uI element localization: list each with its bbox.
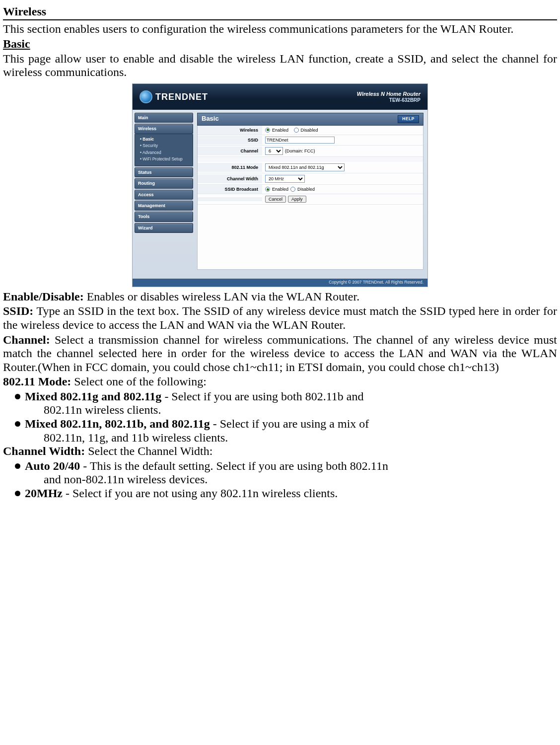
section-intro: This section enables users to configurat… xyxy=(3,22,557,36)
nav-wireless[interactable]: Wireless xyxy=(135,124,193,134)
def-channel-text: Select a transmission channel for wirele… xyxy=(3,333,557,373)
router-footer: Copyright © 2007 TRENDnet. All Rights Re… xyxy=(133,279,427,287)
product-model: TEW-632BRP xyxy=(357,97,420,103)
nav-access[interactable]: Access xyxy=(135,190,193,200)
wireless-enabled-radio[interactable] xyxy=(265,128,270,133)
mode-b1-cont: 802.11n wireless clients. xyxy=(25,403,557,417)
nav-status[interactable]: Status xyxy=(135,167,193,177)
cw-b1-cont: and non-802.11n wireless devices. xyxy=(25,473,557,487)
def-ssid-text: Type an SSID in the text box. The SSID o… xyxy=(3,304,557,331)
mode-bullet-1: Mixed 802.11g and 802.11g - Select if yo… xyxy=(17,390,557,417)
wireless-disabled-radio[interactable] xyxy=(294,128,299,133)
form-area: Wireless Enabled Disabled SSID xyxy=(197,126,423,270)
nav-tools[interactable]: Tools xyxy=(135,212,193,222)
basic-intro: This page allow user to enable and disab… xyxy=(3,52,557,79)
help-button[interactable]: HELP xyxy=(398,115,419,123)
sidebar: Main Wireless Basic Security Advanced Wi… xyxy=(133,110,195,279)
actions-label xyxy=(198,197,262,201)
nav-routing[interactable]: Routing xyxy=(135,178,193,188)
subnav-basic[interactable]: Basic xyxy=(140,136,191,143)
wireless-label: Wireless xyxy=(198,126,262,135)
def-mode-text: Select one of the following: xyxy=(71,375,207,388)
product-name: Wireless N Home Router xyxy=(357,91,420,97)
broadcast-enabled-text: Enabled xyxy=(272,187,288,192)
broadcast-enabled-radio[interactable] xyxy=(265,187,270,192)
brand-text: TRENDNET xyxy=(155,92,208,102)
basic-heading: Basic xyxy=(3,37,557,51)
product-label: Wireless N Home Router TEW-632BRP xyxy=(357,91,420,102)
definitions: Enable/Disable: Enables or disables wire… xyxy=(3,290,557,501)
broadcast-disabled-radio[interactable] xyxy=(290,187,295,192)
ssid-input[interactable] xyxy=(265,137,335,144)
mode-b2-bold: Mixed 802.11n, 802.11b, and 802.11g xyxy=(25,417,210,430)
nav-main[interactable]: Main xyxy=(135,113,193,123)
brand-logo: TRENDNET xyxy=(140,90,208,103)
channel-domain: (Domain: FCC) xyxy=(285,149,315,153)
router-header: TRENDNET Wireless N Home Router TEW-632B… xyxy=(133,84,427,110)
cw-bullet-1: Auto 20/40 - This is the default setting… xyxy=(17,459,557,487)
def-cw-text: Select the Channel Width: xyxy=(85,445,212,457)
def-mode-label: 802.11 Mode: xyxy=(3,375,71,388)
enabled-text: Enabled xyxy=(272,128,288,133)
ssid-label: SSID xyxy=(198,136,262,145)
cw-b2-bold: 20MHz xyxy=(25,487,63,500)
subnav-security[interactable]: Security xyxy=(140,143,191,149)
cw-b1-rest: - This is the default setting. Select if… xyxy=(80,459,388,472)
subnav-advanced[interactable]: Advanced xyxy=(140,149,191,156)
subnav-wps[interactable]: WiFi Protected Setup xyxy=(140,156,191,163)
globe-icon xyxy=(140,90,152,103)
def-ssid-label: SSID: xyxy=(3,304,33,317)
mode-b2-cont: 802.11n, 11g, and 11b wireless clients. xyxy=(25,431,557,445)
def-cw-label: Channel Width: xyxy=(3,445,85,457)
cw-b2-rest: - Select if you are not using any 802.11… xyxy=(63,487,338,500)
mode-label: 802.11 Mode xyxy=(198,163,262,172)
panel-title: Basic xyxy=(202,115,219,123)
disabled-text: Disabled xyxy=(301,128,318,133)
width-select[interactable]: 20 MHz xyxy=(265,175,305,183)
width-label: Channel Width xyxy=(198,174,262,183)
panel-header: Basic HELP xyxy=(197,113,423,126)
channel-label: Channel xyxy=(198,147,262,155)
router-screenshot: TRENDNET Wireless N Home Router TEW-632B… xyxy=(3,83,557,287)
broadcast-label: SSID Broadcast xyxy=(198,185,262,194)
broadcast-disabled-text: Disabled xyxy=(297,187,315,192)
subnav-wireless: Basic Security Advanced WiFi Protected S… xyxy=(135,134,193,166)
cw-b1-bold: Auto 20/40 xyxy=(25,459,80,472)
def-enable-text: Enables or disables wireless LAN via the… xyxy=(84,290,359,303)
cw-bullet-2: 20MHz - Select if you are not using any … xyxy=(17,487,557,501)
cancel-button[interactable]: Cancel xyxy=(265,196,286,203)
mode-b1-bold: Mixed 802.11g and 802.11g xyxy=(25,390,161,403)
mode-bullet-2: Mixed 802.11n, 802.11b, and 802.11g - Se… xyxy=(17,417,557,445)
def-channel-label: Channel: xyxy=(3,333,50,346)
apply-button[interactable]: Apply xyxy=(288,196,306,203)
mode-select[interactable]: Mixed 802.11n and 802.11g xyxy=(265,163,345,171)
mode-b1-rest: - Select if you are using both 802.11b a… xyxy=(161,390,363,403)
nav-management[interactable]: Management xyxy=(135,201,193,211)
mode-b2-rest: - Select if you are using a mix of xyxy=(210,417,369,430)
nav-wizard[interactable]: Wizard xyxy=(135,223,193,233)
channel-select[interactable]: 6 xyxy=(265,147,283,155)
section-title: Wireless xyxy=(3,5,557,20)
def-enable-label: Enable/Disable: xyxy=(3,290,84,303)
